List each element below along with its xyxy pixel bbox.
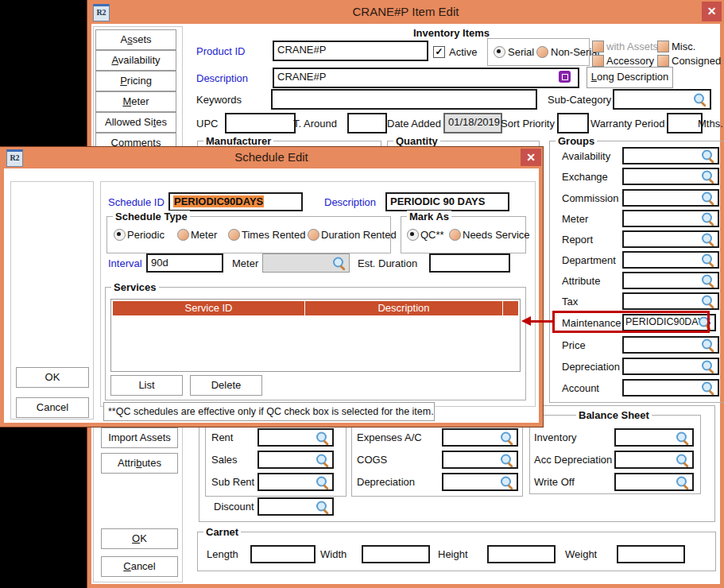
list-button[interactable]: List	[110, 375, 183, 396]
search-icon[interactable]	[701, 170, 715, 184]
weight-label: Weight	[565, 548, 597, 560]
search-icon[interactable]	[701, 360, 715, 373]
times-rented-radio[interactable]	[228, 229, 240, 241]
search-icon[interactable]	[316, 500, 330, 513]
exchange-group-input[interactable]	[622, 168, 719, 185]
periodic-radio[interactable]	[114, 229, 126, 241]
sidebar-button-pricing[interactable]: Pricing	[95, 71, 176, 91]
close-icon[interactable]: ✕	[702, 2, 722, 21]
consigned-checkbox[interactable]	[657, 55, 669, 67]
expenses-ac-input[interactable]	[442, 428, 518, 447]
search-icon[interactable]	[701, 212, 715, 226]
search-icon[interactable]	[701, 295, 715, 308]
schedule-id-input[interactable]: PERIODIC90DAYS	[168, 192, 303, 211]
misc-checkbox[interactable]	[657, 41, 669, 52]
search-icon[interactable]	[316, 431, 330, 444]
search-icon[interactable]	[701, 338, 715, 352]
discount-input[interactable]	[257, 497, 334, 516]
search-icon[interactable]	[500, 453, 514, 466]
accessory-checkbox[interactable]	[592, 55, 604, 67]
depreciation-ac-input[interactable]	[442, 473, 518, 491]
acc-depreciation-input[interactable]	[614, 451, 694, 469]
duration-rented-radio[interactable]	[308, 229, 319, 241]
dialog-description-input[interactable]: PERIODIC 90 DAYS	[385, 192, 509, 211]
meter-type-radio[interactable]	[177, 229, 189, 241]
qc-radio[interactable]	[407, 229, 419, 241]
close-icon[interactable]: ✕	[521, 149, 541, 166]
est-duration-input[interactable]	[429, 253, 510, 273]
group-label-department: Department	[562, 254, 616, 266]
search-icon[interactable]	[316, 475, 330, 489]
search-icon[interactable]	[676, 431, 690, 444]
sub-category-input[interactable]	[613, 89, 711, 110]
item-edit-titlebar[interactable]: R2 CRANE#P Item Edit ✕	[87, 0, 724, 24]
search-icon[interactable]	[676, 453, 690, 466]
width-input[interactable]	[362, 545, 430, 563]
long-description-button[interactable]: Long Description	[587, 67, 673, 88]
search-icon[interactable]	[500, 475, 514, 489]
price-group-input[interactable]	[622, 336, 719, 354]
sidebar-button-availability[interactable]: Availability	[95, 50, 176, 71]
dialog-cancel-button[interactable]: Cancel	[16, 397, 89, 418]
keywords-input[interactable]	[271, 89, 537, 110]
report-group-input[interactable]	[622, 230, 719, 248]
rent-label: Rent	[211, 431, 233, 443]
search-icon[interactable]	[701, 233, 715, 246]
search-icon[interactable]	[701, 253, 715, 267]
search-icon[interactable]	[701, 381, 715, 395]
attributes-button[interactable]: Attributes	[101, 453, 178, 474]
rent-input[interactable]	[257, 428, 334, 447]
department-group-input[interactable]	[622, 251, 719, 269]
description-column-header[interactable]: Description	[305, 301, 503, 315]
search-icon[interactable]	[701, 149, 715, 163]
length-input[interactable]	[250, 545, 316, 563]
cancel-button[interactable]: Cancel	[101, 556, 178, 577]
cogs-input[interactable]	[442, 451, 518, 469]
sales-label: Sales	[211, 454, 238, 466]
meter-group-input[interactable]	[622, 210, 719, 227]
needs-service-radio[interactable]	[449, 229, 461, 241]
availability-group-input[interactable]	[622, 147, 719, 164]
description-expand-icon[interactable]	[559, 71, 571, 83]
upc-input[interactable]	[225, 113, 296, 133]
non-serial-radio[interactable]	[536, 46, 548, 58]
services-table[interactable]: Service ID Description	[110, 299, 521, 372]
active-checkbox[interactable]: ✓	[433, 46, 445, 58]
sidebar-button-assets[interactable]: Assets	[95, 29, 176, 50]
delete-button[interactable]: Delete	[190, 375, 262, 396]
search-icon[interactable]	[693, 93, 707, 106]
inventory-label: Inventory	[534, 431, 576, 443]
product-id-input[interactable]: CRANE#P	[273, 41, 428, 61]
search-icon[interactable]	[701, 191, 715, 205]
weight-input[interactable]	[617, 545, 685, 563]
sidebar-button-allowed-sites[interactable]: Allowed Sites	[95, 112, 176, 133]
write-off-input[interactable]	[614, 473, 694, 491]
search-icon[interactable]	[316, 453, 330, 466]
sidebar-button-meter[interactable]: Meter	[95, 91, 176, 112]
depreciation-group-input[interactable]	[622, 358, 719, 375]
interval-input[interactable]: 90d	[146, 253, 223, 273]
search-icon[interactable]	[676, 475, 690, 489]
t-around-input[interactable]	[347, 113, 387, 133]
commission-group-input[interactable]	[622, 189, 719, 207]
dialog-ok-button[interactable]: OK	[16, 367, 89, 388]
search-icon[interactable]	[701, 274, 715, 288]
service-id-column-header[interactable]: Service ID	[113, 301, 305, 315]
account-group-input[interactable]	[622, 379, 719, 397]
sales-input[interactable]	[257, 451, 334, 469]
attribute-group-input[interactable]	[622, 272, 719, 289]
with-assets-checkbox[interactable]	[592, 41, 604, 52]
sub-rent-input[interactable]	[257, 473, 334, 491]
search-icon[interactable]	[332, 257, 347, 270]
description-input[interactable]: CRANE#P	[273, 68, 579, 88]
import-assets-button[interactable]: Import Assets	[101, 427, 178, 448]
search-icon[interactable]	[500, 431, 514, 444]
schedule-edit-titlebar[interactable]: R2 Schedule Edit ✕	[0, 147, 543, 168]
inventory-input[interactable]	[614, 428, 694, 447]
sort-priority-input[interactable]	[557, 113, 589, 133]
tax-group-input[interactable]	[622, 292, 719, 310]
serial-radio[interactable]	[494, 46, 505, 58]
item-edit-title: CRANE#P Item Edit	[87, 5, 724, 18]
ok-button[interactable]: OK	[101, 528, 178, 549]
height-input[interactable]	[487, 545, 556, 563]
